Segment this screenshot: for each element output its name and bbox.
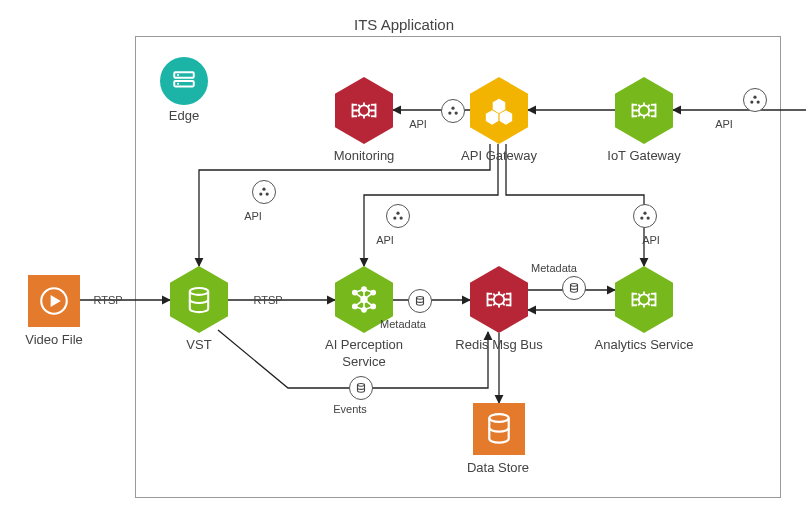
svg-point-104 (451, 107, 454, 110)
node-api-gateway-label: API Gateway (439, 148, 559, 165)
svg-marker-45 (170, 266, 228, 333)
node-vst-label: VST (139, 337, 259, 354)
svg-point-117 (640, 216, 643, 219)
api-icon-e_apigw_ai (386, 204, 410, 228)
node-redis (470, 266, 528, 333)
node-analytics-label: Analytics Service (584, 337, 704, 354)
node-data-store-label: Data Store (448, 460, 548, 475)
play-icon (37, 284, 71, 318)
svg-marker-65 (470, 266, 528, 333)
svg-point-111 (259, 192, 262, 195)
edge-label-e_video_vst: RTSP (78, 294, 138, 306)
svg-point-113 (396, 212, 399, 215)
svg-point-115 (400, 216, 403, 219)
svg-point-119 (358, 383, 365, 386)
svg-point-116 (643, 212, 646, 215)
svg-point-109 (757, 100, 760, 103)
node-iot-gateway-label: IoT Gateway (584, 148, 704, 165)
svg-point-110 (262, 188, 265, 191)
edge-label-e_vst_ai: RTSP (238, 294, 298, 306)
api-icon-e_apigw_mon (441, 99, 465, 123)
node-edge-label: Edge (150, 108, 218, 123)
svg-marker-83 (615, 266, 673, 333)
svg-point-118 (647, 216, 650, 219)
diagram-title: ITS Application (0, 16, 808, 33)
metadata-icon-e_vst_events (349, 376, 373, 400)
node-analytics (615, 266, 673, 333)
svg-point-106 (455, 111, 458, 114)
svg-point-102 (417, 296, 424, 299)
api-icon-e_apigw_analytics (633, 204, 657, 228)
node-api-gateway (470, 77, 528, 144)
metadata-icon-e_redis_analytics (562, 276, 586, 300)
svg-point-101 (489, 414, 508, 422)
edge-label-e_ai_redis: Metadata (373, 318, 433, 330)
edge-label-e_vst_events: Events (320, 403, 380, 415)
node-edge (160, 57, 208, 105)
edge-label-e_apigw_vst: API (223, 210, 283, 222)
svg-point-108 (750, 100, 753, 103)
api-icon-e_ext_iot (743, 88, 767, 112)
node-data-store (473, 403, 525, 455)
svg-marker-5 (335, 77, 393, 144)
database-icon (484, 412, 514, 446)
node-monitoring (335, 77, 393, 144)
svg-point-105 (448, 111, 451, 114)
node-iot-gateway (615, 77, 673, 144)
svg-marker-27 (615, 77, 673, 144)
edge-label-e_redis_analytics: Metadata (524, 262, 584, 274)
svg-point-107 (753, 96, 756, 99)
node-video-file (28, 275, 80, 327)
edge-label-e_apigw_mon: API (388, 118, 448, 130)
server-icon (171, 68, 197, 94)
api-icon-e_apigw_vst (252, 180, 276, 204)
svg-point-114 (393, 216, 396, 219)
edge-label-e_apigw_ai: API (355, 234, 415, 246)
node-vst (170, 266, 228, 333)
svg-point-4 (177, 83, 179, 85)
node-video-file-label: Video File (4, 332, 104, 349)
edge-label-e_apigw_analytics: API (621, 234, 681, 246)
edge-label-e_ext_iot: API (694, 118, 754, 130)
svg-point-103 (571, 283, 578, 286)
node-monitoring-label: Monitoring (304, 148, 424, 165)
svg-point-112 (266, 192, 269, 195)
svg-point-3 (177, 74, 179, 76)
node-ai-perception-label: AI Perception Service (304, 337, 424, 371)
metadata-icon-e_ai_redis (408, 289, 432, 313)
node-redis-label: Redis Msg Bus (439, 337, 559, 354)
